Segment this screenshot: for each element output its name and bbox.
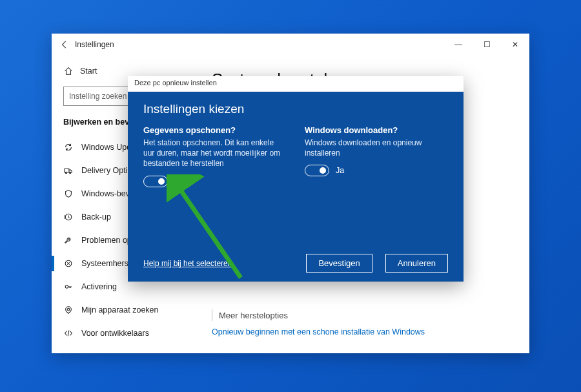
shield-icon bbox=[63, 189, 74, 198]
sidebar-item-label: Back-up bbox=[81, 212, 111, 222]
truck-icon bbox=[63, 166, 74, 175]
cancel-button[interactable]: Annuleren bbox=[385, 254, 448, 273]
dialog-body: Instellingen kiezen Gegevens opschonen? … bbox=[128, 92, 464, 282]
wrench-icon bbox=[63, 236, 74, 245]
find-icon bbox=[63, 305, 74, 315]
confirm-button[interactable]: Bevestigen bbox=[306, 254, 372, 273]
option-download-desc: Windows downloaden en opnieuw installere… bbox=[305, 138, 447, 158]
clean-install-link[interactable]: Opnieuw beginnen met een schone installa… bbox=[212, 327, 529, 336]
toggle-download-windows[interactable] bbox=[305, 165, 329, 176]
svg-point-2 bbox=[65, 172, 66, 173]
minimize-button[interactable]: — bbox=[444, 34, 473, 56]
option-clean-desc: Het station opschonen. Dit kan enkele uu… bbox=[143, 138, 285, 169]
option-clean-data: Gegevens opschonen? Het station opschone… bbox=[143, 125, 287, 187]
reset-dialog: Deze pc opnieuw instellen Instellingen k… bbox=[128, 76, 464, 282]
dialog-header: Deze pc opnieuw instellen bbox=[128, 76, 464, 92]
sidebar-item-label: Voor ontwikkelaars bbox=[81, 329, 149, 338]
recovery-icon bbox=[63, 259, 74, 268]
back-icon bbox=[60, 40, 69, 49]
titlebar: Instellingen — ☐ ✕ bbox=[52, 34, 529, 56]
svg-point-3 bbox=[69, 172, 70, 173]
option-download-title: Windows downloaden? bbox=[305, 125, 448, 135]
sidebar-item-label: Mijn apparaat zoeken bbox=[81, 305, 159, 315]
more-options-label: Meer herstelopties bbox=[219, 311, 288, 320]
toggle-clean-data[interactable] bbox=[143, 176, 168, 187]
sidebar-item-find[interactable]: Mijn apparaat zoeken bbox=[52, 298, 194, 322]
back-button[interactable] bbox=[57, 40, 72, 49]
home-label: Start bbox=[80, 67, 97, 76]
svg-point-6 bbox=[65, 285, 68, 288]
sidebar-item-label: Activering bbox=[81, 282, 117, 291]
window-title: Instellingen bbox=[75, 40, 114, 49]
maximize-button[interactable]: ☐ bbox=[473, 34, 501, 56]
help-link[interactable]: Help mij bij het selecteren bbox=[143, 259, 232, 268]
home-icon bbox=[63, 67, 74, 76]
svg-point-7 bbox=[67, 308, 70, 311]
history-icon bbox=[63, 212, 74, 222]
more-options-row: Meer herstelopties bbox=[212, 309, 529, 321]
option-download-windows: Windows downloaden? Windows downloaden e… bbox=[305, 125, 448, 187]
key-icon bbox=[63, 282, 74, 291]
dialog-title: Instellingen kiezen bbox=[143, 102, 448, 116]
search-placeholder: Instelling zoeken bbox=[69, 92, 127, 101]
close-button[interactable]: ✕ bbox=[501, 34, 529, 56]
dev-icon bbox=[63, 329, 74, 338]
sidebar-item-dev[interactable]: Voor ontwikkelaars bbox=[52, 322, 194, 345]
toggle-clean-label: Ja bbox=[174, 177, 183, 186]
option-clean-title: Gegevens opschonen? bbox=[143, 125, 287, 135]
window-controls: — ☐ ✕ bbox=[444, 34, 529, 56]
sync-icon bbox=[63, 143, 74, 152]
toggle-download-label: Ja bbox=[336, 166, 344, 175]
svg-rect-1 bbox=[65, 169, 69, 172]
